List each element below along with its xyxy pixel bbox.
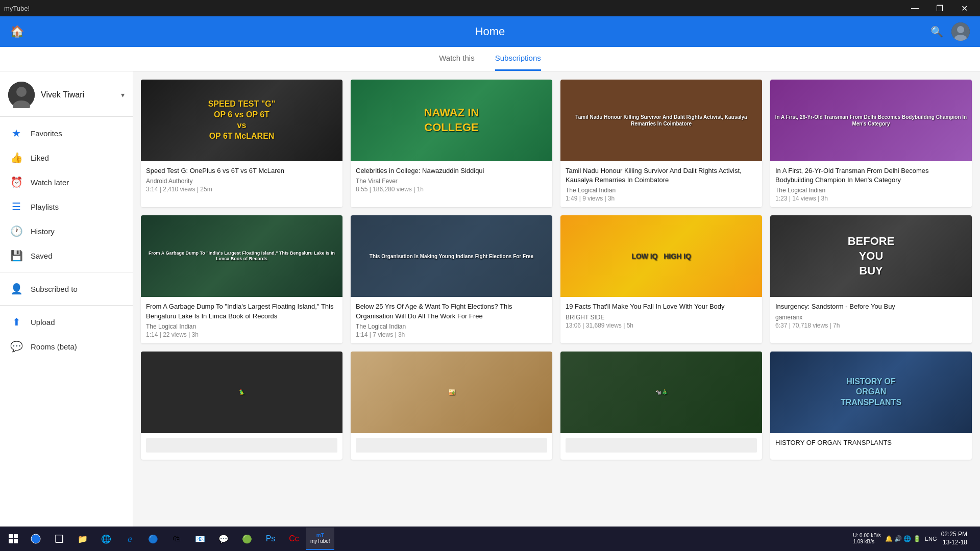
taskbar-icons: ❑ 📁 🌐 ℯ 🔵 🛍 📧 💬 🟢 Ps Cc mT myTube! [24, 528, 334, 550]
thumbnail-11: 🐄🎄 [560, 352, 762, 433]
video-title-3: Tamil Nadu Honour Killing Survivor And D… [566, 166, 757, 185]
sidebar-item-liked[interactable]: 👍 Liked [0, 145, 133, 170]
video-channel-7: BRIGHT SIDE [566, 314, 757, 321]
taskbar-green-button[interactable]: 🟢 [236, 528, 258, 550]
video-meta-8: 6:37 | 70,718 views | 7h [775, 322, 967, 329]
start-button[interactable] [2, 528, 24, 550]
system-tray-icons: 🔔 🔊 🌐 🔋 [885, 535, 921, 542]
taskbar-mail-button[interactable]: 📧 [189, 528, 211, 550]
video-title-4: In A First, 26-Yr-Old Transman From Delh… [775, 166, 967, 185]
thumbnail-10: 🏜️ [351, 352, 552, 433]
header-title: Home [475, 25, 505, 38]
video-title-9 [146, 438, 337, 453]
video-meta-3: 1:49 | 9 views | 3h [566, 195, 757, 202]
content-area: SPEED TEST "G"OP 6 vs OP 6TvsOP 6T McLAR… [133, 71, 980, 527]
clock-icon: ⏰ [10, 176, 22, 188]
sidebar-item-saved[interactable]: 💾 Saved [0, 243, 133, 268]
thumbnail-2: NAWAZ INCOLLEGE [351, 80, 552, 161]
tab-subscriptions[interactable]: Subscriptions [495, 47, 541, 71]
taskbar: ❑ 📁 🌐 ℯ 🔵 🛍 📧 💬 🟢 Ps Cc mT myTube! U: 0.… [0, 527, 980, 551]
title-bar-controls: — ❐ ✕ [903, 0, 976, 16]
header-right: 🔍 [930, 22, 970, 41]
video-channel-4: The Logical Indian [775, 187, 967, 194]
thumbnail-7: LOW IQ HIGH IQ [560, 215, 762, 297]
thumbnail-9: 🦜 [141, 352, 342, 433]
taskbar-browser1-button[interactable]: 🌐 [95, 528, 117, 550]
clock[interactable]: 02:25 PM 13-12-18 [941, 531, 967, 546]
taskbar-cc-button[interactable]: Cc [283, 528, 305, 550]
restore-button[interactable]: ❐ [928, 0, 951, 16]
taskbar-fileexplorer-button[interactable]: 📁 [71, 528, 94, 550]
video-grid: SPEED TEST "G"OP 6 vs OP 6TvsOP 6T McLAR… [141, 80, 972, 460]
thumbnail-4: In A First, 26-Yr-Old Transman From Delh… [770, 80, 972, 161]
taskbar-ps-button[interactable]: Ps [259, 528, 282, 550]
sidebar-item-watch-later[interactable]: ⏰ Watch later [0, 170, 133, 194]
sidebar-item-subscribed-to[interactable]: 👤 Subscribed to [0, 277, 133, 301]
playlist-icon: ☰ [10, 201, 22, 213]
video-title-6: Below 25 Yrs Of Age & Want To Fight Elec… [356, 302, 547, 320]
taskbar-right: U: 0.00 kB/s1.09 kB/s 🔔 🔊 🌐 🔋 ENG 02:25 … [853, 531, 978, 546]
taskbar-edge-button[interactable]: ℯ [118, 528, 141, 550]
taskbar-whatsapp-button[interactable]: 💬 [212, 528, 235, 550]
user-section[interactable]: Vivek Tiwari ▾ [0, 78, 133, 112]
home-icon[interactable]: 🏠 [10, 25, 24, 38]
video-card-12[interactable]: HISTORY OFORGANTRANSPLANTS HISTORY OF OR… [770, 352, 972, 460]
thumbnail-3: Tamil Nadu Honour Killing Survivor And D… [560, 80, 762, 161]
svg-point-10 [31, 534, 40, 543]
video-title-5: From A Garbage Dump To "India's Largest … [146, 302, 337, 320]
video-card-9[interactable]: 🦜 [141, 352, 342, 460]
avatar[interactable] [951, 22, 970, 41]
minimize-button[interactable]: — [903, 0, 927, 16]
video-title-2: Celebrities in College: Nawazuddin Siddi… [356, 166, 547, 176]
sidebar-item-history[interactable]: 🕐 History [0, 219, 133, 243]
thumbnail-5: From A Garbage Dump To "India's Largest … [141, 215, 342, 297]
sidebar-item-favorites[interactable]: ★ Favorites [0, 121, 133, 145]
video-title-10 [356, 438, 547, 453]
app-header: 🏠 Home 🔍 [0, 16, 980, 47]
tab-watch-this[interactable]: Watch this [439, 47, 474, 71]
svg-rect-6 [9, 534, 13, 538]
main-layout: Vivek Tiwari ▾ ★ Favorites 👍 Liked ⏰ Wat… [0, 71, 980, 527]
video-title-8: Insurgency: Sandstorm - Before You Buy [775, 302, 967, 311]
network-status: U: 0.00 kB/s1.09 kB/s [853, 533, 880, 545]
video-meta-7: 13:06 | 31,689 views | 5h [566, 322, 757, 329]
video-card-6[interactable]: This Organisation Is Making Young Indian… [351, 215, 552, 343]
video-channel-1: Android Authority [146, 178, 337, 185]
video-card-8[interactable]: BEFOREYOUBUY Insurgency: Sandstorm - Bef… [770, 215, 972, 343]
video-channel-2: The Viral Fever [356, 178, 547, 185]
sidebar-item-upload[interactable]: ⬆ Upload [0, 310, 133, 334]
taskbar-chrome-button[interactable]: 🔵 [142, 528, 164, 550]
search-button[interactable]: 🔍 [930, 26, 943, 38]
video-title-12: HISTORY OF ORGAN TRANSPLANTS [775, 438, 967, 447]
video-card-2[interactable]: NAWAZ INCOLLEGE Celebrities in College: … [351, 80, 552, 207]
sidebar-item-rooms[interactable]: 💬 Rooms (beta) [0, 334, 133, 359]
taskbar-mytube-app[interactable]: mT myTube! [306, 528, 334, 550]
video-channel-3: The Logical Indian [566, 187, 757, 194]
video-card-3[interactable]: Tamil Nadu Honour Killing Survivor And D… [560, 80, 762, 207]
sidebar-item-playlists[interactable]: ☰ Playlists [0, 194, 133, 219]
chevron-down-icon: ▾ [121, 91, 125, 99]
video-channel-6: The Logical Indian [356, 323, 547, 330]
video-card-4[interactable]: In A First, 26-Yr-Old Transman From Delh… [770, 80, 972, 207]
video-channel-8: gameranx [775, 314, 967, 321]
thumbnail-1: SPEED TEST "G"OP 6 vs OP 6TvsOP 6T McLAR… [141, 80, 342, 161]
title-bar: myTube! — ❐ ✕ [0, 0, 980, 16]
video-meta-5: 1:14 | 22 views | 3h [146, 331, 337, 338]
video-card-10[interactable]: 🏜️ [351, 352, 552, 460]
taskbar-store-button[interactable]: 🛍 [165, 528, 188, 550]
close-button[interactable]: ✕ [952, 0, 976, 16]
svg-rect-8 [9, 539, 13, 543]
taskbar-search-button[interactable] [24, 528, 47, 550]
video-card-7[interactable]: LOW IQ HIGH IQ 19 Facts That'll Make You… [560, 215, 762, 343]
video-meta-4: 1:23 | 14 views | 3h [775, 195, 967, 202]
sidebar: Vivek Tiwari ▾ ★ Favorites 👍 Liked ⏰ Wat… [0, 71, 133, 527]
title-bar-left: myTube! [4, 5, 30, 12]
video-card-5[interactable]: From A Garbage Dump To "India's Largest … [141, 215, 342, 343]
video-channel-5: The Logical Indian [146, 323, 337, 330]
star-icon: ★ [10, 127, 22, 139]
video-card-11[interactable]: 🐄🎄 [560, 352, 762, 460]
video-card-1[interactable]: SPEED TEST "G"OP 6 vs OP 6TvsOP 6T McLAR… [141, 80, 342, 207]
sidebar-divider-2 [0, 272, 133, 272]
taskbar-taskview-button[interactable]: ❑ [48, 528, 70, 550]
video-title-11 [566, 438, 757, 453]
